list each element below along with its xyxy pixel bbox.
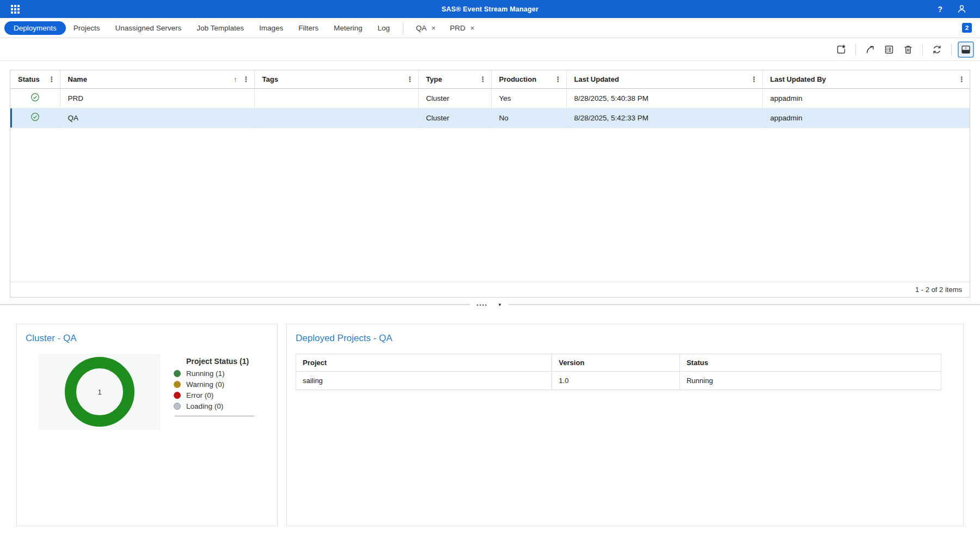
cell-production: Yes [491,88,566,108]
warning-status-dot-icon [174,381,181,388]
tab-job-templates[interactable]: Job Templates [197,24,244,32]
column-menu-icon[interactable]: ⋮ [958,76,965,83]
new-deployment-icon [836,44,847,55]
cell-last-updated-by: appadmin [762,88,970,108]
donut-center-value: 1 [97,388,101,396]
refresh-icon [932,44,942,55]
column-menu-icon[interactable]: ⋮ [480,76,487,83]
details-list-icon [884,44,895,55]
app-grid-icon [11,5,20,14]
table-row-qa[interactable]: QA Cluster No 8/28/2025, 5:42:33 PM appa… [10,108,970,128]
deployed-projects-panel: Deployed Projects - QA Project Version S… [286,324,964,526]
app-switcher-button[interactable] [11,5,20,14]
toolbar-divider [951,44,952,55]
collapse-panel-icon[interactable]: ▼ [498,302,502,307]
app-title: SAS® Event Stream Manager [0,5,980,13]
primary-nav: Deployments Projects Unassigned Servers … [0,18,980,38]
pagination-bar: 1 - 2 of 2 items [10,282,970,297]
column-header-name[interactable]: Name ↑ ⋮ [60,70,254,88]
tab-deployment-qa[interactable]: QA × [416,24,436,32]
tab-images[interactable]: Images [259,24,283,32]
tab-projects[interactable]: Projects [74,24,100,32]
column-header-last-updated-by[interactable]: Last Updated By ⋮ [762,70,970,88]
cell-name: QA [60,108,254,128]
donut-ring: 1 [65,357,134,427]
cell-production: No [491,108,566,128]
column-menu-icon[interactable]: ⋮ [48,76,56,83]
column-header-status[interactable]: Status ⋮ [10,70,60,88]
close-icon[interactable]: × [432,24,436,32]
new-deployment-button[interactable] [833,41,849,58]
cell-type: Cluster [418,88,491,108]
toolbar-divider [922,44,923,55]
legend-item-loading: Loading (0) [174,402,254,410]
app-header: SAS® Event Stream Manager ? [0,0,980,18]
table-row-prd[interactable]: PRD Cluster Yes 8/28/2025, 5:40:38 PM ap… [10,88,970,108]
cell-last-updated: 8/28/2025, 5:40:38 PM [566,88,762,108]
column-header-project-status[interactable]: Status [679,354,941,372]
tab-deployments[interactable]: Deployments [4,21,66,35]
legend-label: Running (1) [186,369,225,378]
tab-unassigned-servers[interactable]: Unassigned Servers [115,24,182,32]
column-header-type[interactable]: Type ⋮ [418,70,491,88]
delete-button[interactable] [900,41,916,58]
deployed-projects-title[interactable]: Deployed Projects - QA [296,333,393,344]
loading-status-dot-icon [174,403,181,410]
column-menu-icon[interactable]: ⋮ [751,76,758,83]
cell-version: 1.0 [552,372,680,390]
column-menu-icon[interactable]: ⋮ [243,76,250,83]
cell-tags [254,88,418,108]
column-header-tags[interactable]: Tags ⋮ [254,70,418,88]
deployed-project-row[interactable]: sailing 1.0 Running [296,372,941,390]
legend-label: Loading (0) [186,402,223,410]
toolbar-divider [855,44,856,55]
cell-type: Cluster [418,108,491,128]
toggle-bottom-panel-button[interactable] [958,41,974,58]
column-header-last-updated[interactable]: Last Updated ⋮ [566,70,762,88]
cell-last-updated: 8/28/2025, 5:42:33 PM [566,108,762,128]
cell-last-updated-by: appadmin [762,108,970,128]
column-header-production[interactable]: Production ⋮ [491,70,566,88]
promote-arrow-icon [865,44,875,55]
help-button[interactable]: ? [938,5,942,14]
trash-icon [903,44,914,55]
legend-divider [175,416,254,416]
cell-project: sailing [296,372,552,390]
close-icon[interactable]: × [470,24,475,32]
refresh-button[interactable] [929,41,945,58]
pagination-status: 1 - 2 of 2 items [915,286,962,294]
tab-log[interactable]: Log [378,24,390,32]
tab-metering[interactable]: Metering [334,24,363,32]
chart-legend: Project Status (1) Running (1) Warning (… [174,354,254,430]
cluster-panel-title[interactable]: Cluster - QA [26,333,77,344]
column-header-project[interactable]: Project [296,354,552,372]
deployments-toolbar [0,38,980,61]
nav-divider [403,22,403,33]
tab-filters[interactable]: Filters [298,24,318,32]
promote-button[interactable] [862,41,878,58]
status-ok-icon [30,93,40,102]
sort-ascending-icon[interactable]: ↑ [234,75,237,83]
cell-name: PRD [60,88,254,108]
cell-tags [254,108,418,128]
legend-label: Error (0) [186,391,213,399]
splitter-drag-handle-icon[interactable]: •••• [476,302,488,308]
status-ok-icon [30,112,40,122]
legend-item-error: Error (0) [174,391,254,399]
legend-title: Project Status (1) [186,357,254,366]
cluster-panel: Cluster - QA 1 Project Status (1) Runnin… [16,324,278,526]
panel-splitter[interactable]: •••• ▼ [0,302,980,310]
user-icon [957,4,967,14]
column-header-version[interactable]: Version [552,354,680,372]
column-menu-icon[interactable]: ⋮ [407,76,414,83]
deployment-tab-label: PRD [450,24,465,32]
user-menu-button[interactable] [957,4,967,14]
count-badge[interactable]: 2 [962,23,972,33]
column-menu-icon[interactable]: ⋮ [555,76,562,83]
legend-label: Warning (0) [186,380,224,389]
tab-deployment-prd[interactable]: PRD × [450,24,474,32]
bottom-panel-icon [960,44,971,55]
error-status-dot-icon [174,392,181,399]
details-button[interactable] [881,41,897,58]
project-status-donut-chart: 1 [39,354,161,430]
